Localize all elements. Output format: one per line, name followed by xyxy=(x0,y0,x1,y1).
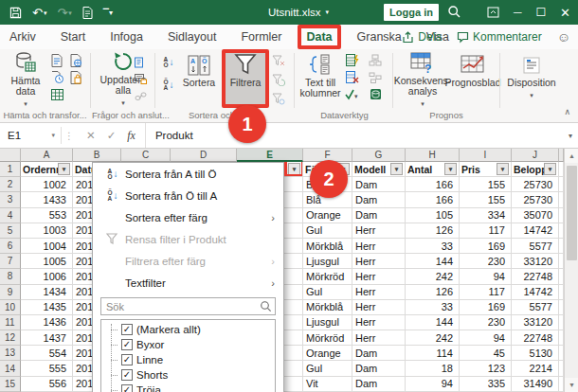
cell-h9[interactable]: 126 xyxy=(406,285,460,300)
filter-dropdown-j[interactable]: ▾ xyxy=(544,163,556,175)
outline-button[interactable]: Disposition ▾ xyxy=(506,51,557,108)
menu-item-sort-za[interactable]: ÖA↓ Sortera från Ö till A xyxy=(93,185,283,206)
cell-f11[interactable]: Ljusgul xyxy=(303,315,352,330)
reapply-filter-icon[interactable] xyxy=(271,73,286,87)
cell-i14[interactable]: 123 xyxy=(460,361,512,376)
checkbox-checked-icon[interactable]: ✓ xyxy=(121,369,133,381)
checkbox-checked-icon[interactable]: ✓ xyxy=(121,384,133,392)
cancel-entry-icon[interactable]: ✕ xyxy=(86,129,96,142)
tab-sidlayout[interactable]: Sidlayout xyxy=(168,30,216,44)
cell-g1-modell[interactable]: Modell▾ xyxy=(352,162,406,177)
search-icon[interactable] xyxy=(447,5,461,19)
scroll-down-icon[interactable]: ▼ xyxy=(565,378,578,392)
tab-formler[interactable]: Formler xyxy=(241,30,281,44)
close-button[interactable]: ✕ xyxy=(560,6,570,20)
relationships-icon[interactable] xyxy=(368,70,383,84)
cell-i15[interactable]: 335 xyxy=(460,377,512,392)
cell-a3[interactable]: 1433 xyxy=(21,192,73,207)
cell-a13[interactable]: 554 xyxy=(21,346,73,361)
cell-j2[interactable]: 25730 xyxy=(512,177,559,192)
confirm-entry-icon[interactable]: ✓ xyxy=(107,129,117,142)
cell-i6[interactable]: 169 xyxy=(460,239,512,254)
maximize-button[interactable]: ☐ xyxy=(535,6,546,19)
column-header-c[interactable]: C xyxy=(121,149,171,162)
cell-a8[interactable]: 1006 xyxy=(21,269,73,284)
manage-data-model-icon[interactable] xyxy=(368,87,383,101)
cell-a5[interactable]: 1003 xyxy=(21,223,73,239)
sort-z-to-a-icon[interactable]: ÖA↓ xyxy=(161,78,176,92)
cell-a11[interactable]: 1436 xyxy=(21,315,73,330)
menu-item-clear-filter[interactable]: Rensa filter i Produkt xyxy=(93,228,283,250)
undo-button[interactable]: ↶▾ xyxy=(32,7,46,19)
cell-h5[interactable]: 126 xyxy=(406,223,460,239)
comments-button[interactable]: Kommentarer xyxy=(457,30,542,44)
cell-j11[interactable]: 33120 xyxy=(512,315,559,330)
filter-dropdown-a[interactable]: ▾ xyxy=(58,163,70,175)
cell-j10[interactable]: 5577 xyxy=(512,300,559,315)
cell-h14[interactable]: 18 xyxy=(406,361,460,376)
row-header-2[interactable]: 2 xyxy=(0,177,21,192)
menu-item-text-filter[interactable]: Textfilter › xyxy=(93,272,283,294)
row-header-14[interactable]: 14 xyxy=(0,361,21,376)
formula-bar-handle[interactable]: ⋮ xyxy=(62,123,77,148)
filter-check-item-0[interactable]: ✓(Markera allt) xyxy=(101,322,275,337)
checkbox-checked-icon[interactable]: ✓ xyxy=(121,354,133,365)
filter-dropdown-i[interactable]: ▾ xyxy=(497,163,509,175)
data-validation-icon[interactable]: ▾ xyxy=(345,87,360,101)
document-icon[interactable] xyxy=(82,7,93,19)
row-header-5[interactable]: 5 xyxy=(0,223,21,239)
save-icon[interactable] xyxy=(9,7,22,19)
cell-a7[interactable]: 1005 xyxy=(21,254,73,269)
cell-g5[interactable]: Herr xyxy=(352,223,406,239)
what-if-analysis-button[interactable]: ? Konsekvens- analys ▾ xyxy=(398,51,447,108)
table-range-icon[interactable] xyxy=(49,87,64,101)
filter-check-item-2[interactable]: ✓Linne xyxy=(101,352,275,367)
insert-function-icon[interactable]: fx xyxy=(127,129,135,143)
cell-j8[interactable]: 22748 xyxy=(512,269,559,284)
cell-f14[interactable]: Gul xyxy=(303,361,352,376)
name-box[interactable]: E1 ▾ xyxy=(0,123,61,148)
cell-g14[interactable]: Dam xyxy=(352,361,406,376)
row-header-13[interactable]: 13 xyxy=(0,346,21,361)
cell-i11[interactable]: 230 xyxy=(460,315,512,330)
cell-h12[interactable]: 242 xyxy=(406,330,460,346)
cell-h11[interactable]: 144 xyxy=(406,315,460,330)
column-header-i[interactable]: I xyxy=(460,149,512,162)
cell-a9[interactable]: 1434 xyxy=(21,285,73,300)
cell-g7[interactable]: Herr xyxy=(352,254,406,269)
advanced-filter-icon[interactable] xyxy=(271,92,286,106)
expand-formula-bar-icon[interactable]: ▾ xyxy=(569,123,578,148)
cell-h10[interactable]: 33 xyxy=(406,300,460,315)
row-header-7[interactable]: 7 xyxy=(0,254,21,269)
cell-f6[interactable]: Mörkblå xyxy=(303,239,352,254)
cell-h8[interactable]: 242 xyxy=(406,269,460,284)
row-header-8[interactable]: 8 xyxy=(0,269,21,284)
existing-connections-icon[interactable] xyxy=(68,70,83,84)
filter-dropdown-g[interactable]: ▾ xyxy=(390,163,403,175)
column-header-b[interactable]: B xyxy=(73,149,121,162)
cell-a15[interactable]: 556 xyxy=(21,377,73,392)
cell-j1-belopp[interactable]: Belopp▾ xyxy=(512,162,559,177)
cell-j9[interactable]: 14742 xyxy=(512,285,559,300)
cell-a14[interactable]: 555 xyxy=(21,361,73,376)
cell-h3[interactable]: 166 xyxy=(406,192,460,207)
cell-a4[interactable]: 553 xyxy=(21,208,73,223)
scroll-up-icon[interactable]: ▲ xyxy=(565,149,578,163)
cell-j15[interactable]: 31490 xyxy=(512,377,559,392)
cell-i10[interactable]: 169 xyxy=(460,300,512,315)
cell-i4[interactable]: 334 xyxy=(460,208,512,223)
cell-g4[interactable]: Dam xyxy=(352,208,406,223)
vertical-scrollbar[interactable]: ▲ ▼ xyxy=(564,149,578,392)
filter-search-input[interactable] xyxy=(100,297,276,315)
menu-item-sort-az[interactable]: AÖ↓ Sortera från A till Ö xyxy=(93,163,283,185)
customize-qat-icon[interactable]: ▔▾ xyxy=(103,7,113,19)
row-header-10[interactable]: 10 xyxy=(0,300,21,315)
forecast-sheet-button[interactable]: Prognosblad xyxy=(449,51,497,108)
cell-j4[interactable]: 35070 xyxy=(512,208,559,223)
tab-infoga[interactable]: Infoga xyxy=(110,30,143,44)
sort-a-to-z-icon[interactable]: AÖ↓ xyxy=(161,55,176,69)
cell-h15[interactable]: 94 xyxy=(406,377,460,392)
cell-j6[interactable]: 5577 xyxy=(512,239,559,254)
properties-icon[interactable] xyxy=(133,55,148,69)
ribbon-display-options-icon[interactable] xyxy=(487,7,499,18)
